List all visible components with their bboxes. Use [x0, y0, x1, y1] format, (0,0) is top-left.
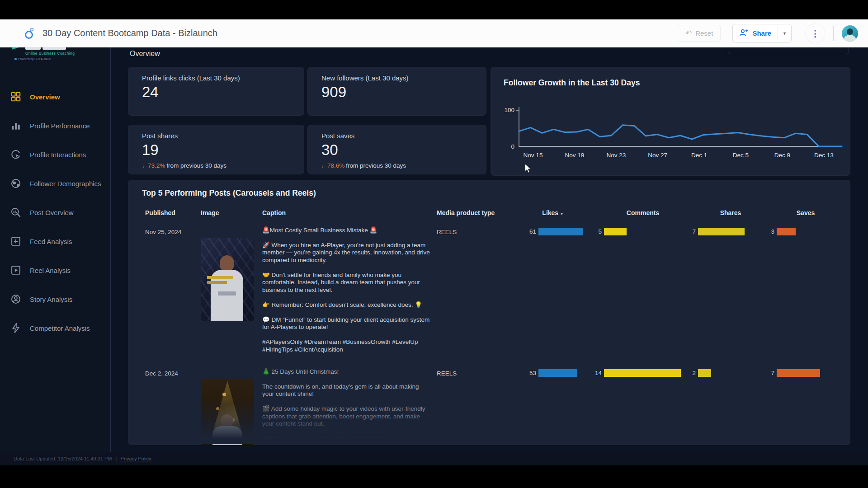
sidebar-item-label: Follower Demographics — [30, 180, 101, 188]
scorecard-post-shares: Post shares 19 ↓ -73.2% from previous 30… — [128, 125, 304, 174]
lightning-icon — [10, 322, 22, 334]
sidebar-item-label: Profile Interactions — [30, 151, 86, 159]
likes-cell: 61 — [518, 227, 583, 236]
axis-tick-label: Nov 15 — [524, 152, 543, 159]
axis-tick-label: 0 — [511, 143, 514, 150]
top-posts-table-card: Top 5 Performing Posts (Carousels and Re… — [128, 180, 850, 445]
stat-label: Post shares — [142, 132, 304, 140]
axis-tick-label: Nov 23 — [606, 152, 626, 159]
sidebar-item-overview[interactable]: Overview — [10, 88, 110, 106]
share-button[interactable]: Share — [733, 24, 778, 42]
footer-bar: Data Last Updated: 12/15/2024 11:49:01 P… — [0, 452, 868, 465]
shares-bar — [698, 228, 745, 235]
share-button-group: Share ▼ — [732, 24, 792, 42]
brand-powered-by: Powered by BIZLAUNCH — [14, 57, 51, 61]
likes-cell: 53 — [518, 368, 577, 377]
stat-delta: ↓ -78.6% from previous 30 days — [321, 162, 486, 169]
sidebar-item-follower-demographics[interactable]: Follower Demographics — [10, 174, 110, 192]
brand-tagline: Online Business Coaching — [25, 51, 75, 56]
column-header-saves[interactable]: Saves — [797, 209, 815, 216]
sidebar-item-story-analysis[interactable]: Story Analysis — [10, 290, 110, 308]
more-options-button[interactable]: ⋮ — [805, 23, 825, 43]
stat-delta: ↓ -73.2% from previous 30 days — [142, 162, 304, 169]
last-updated-text: Data Last Updated: 12/15/2024 11:49:01 P… — [14, 456, 112, 461]
chevron-down-icon: ▼ — [783, 31, 787, 36]
column-header-shares[interactable]: Shares — [720, 209, 741, 216]
axis-tick-label: 100 — [504, 107, 514, 113]
sidebar-item-label: Feed Analysis — [30, 238, 72, 245]
share-label: Share — [752, 29, 771, 37]
sidebar-item-label: Reel Analysis — [30, 267, 71, 274]
shares-cell: 7 — [678, 227, 745, 236]
stat-value: 909 — [321, 84, 486, 100]
sidebar-item-profile-performance[interactable]: Profile Performance — [10, 117, 110, 135]
sidebar-item-label: Overview — [30, 93, 60, 101]
page-title: Overview — [130, 50, 160, 58]
column-header-image[interactable]: Image — [201, 209, 219, 216]
scorecard-profile-link-clicks: Profile links clicks (Last 30 days) 24 — [128, 67, 304, 116]
sidebar-item-reel-analysis[interactable]: Reel Analysis — [10, 261, 110, 279]
likes-bar — [538, 369, 577, 377]
reset-button[interactable]: ↶ Reset — [678, 25, 721, 42]
saves-bar — [777, 228, 796, 235]
kebab-menu-icon: ⋮ — [811, 28, 820, 39]
looker-studio-icon — [24, 27, 35, 40]
column-header-likes[interactable]: Likes▾ — [542, 209, 562, 216]
column-header-media-type[interactable]: Media product type — [437, 209, 495, 216]
bizlaunch-dot-icon — [14, 58, 17, 60]
plus-square-icon — [10, 235, 22, 247]
axis-tick-label: Dec 9 — [774, 152, 790, 159]
axis-tick-label: Dec 5 — [733, 152, 749, 159]
sidebar-nav: Overview Profile Performance Profile Int… — [0, 70, 110, 337]
mouse-cursor — [524, 164, 532, 176]
saves-cell: 7 — [756, 368, 820, 377]
column-header-comments[interactable]: Comments — [627, 209, 659, 216]
share-dropdown-button[interactable]: ▼ — [778, 27, 791, 40]
brand-logo: Online Business Coaching Powered by BIZL… — [0, 47, 110, 70]
sidebar-item-feed-analysis[interactable]: Feed Analysis — [10, 232, 110, 250]
arrow-down-icon: ↓ — [142, 163, 145, 169]
stat-value: 30 — [321, 142, 486, 158]
comments-bar — [604, 369, 681, 377]
magnifier-chart-icon — [10, 206, 22, 218]
media-product-type: REELS — [437, 370, 457, 377]
dashboard-canvas: Overview Profile links clicks (Last 30 d… — [111, 47, 868, 452]
scorecard-new-followers: New followers (Last 30 days) 909 — [307, 67, 486, 116]
app-header: 30 Day Content Bootcamp Data - Bizlaunch… — [0, 19, 868, 47]
axis-tick-label: Dec 13 — [814, 152, 834, 159]
sidebar-item-label: Post Overview — [30, 209, 74, 216]
sidebar-item-competitor-analysis[interactable]: Competitor Analysis — [10, 319, 110, 337]
likes-bar — [538, 228, 583, 235]
axis-tick-label: Nov 19 — [565, 152, 585, 159]
post-thumbnail — [201, 238, 254, 321]
axis-tick-label: Nov 27 — [648, 152, 667, 159]
grid-icon — [10, 91, 22, 103]
person-add-icon — [739, 28, 748, 38]
stat-label: New followers (Last 30 days) — [321, 74, 486, 82]
report-title: 30 Day Content Bootcamp Data - Bizlaunch — [42, 28, 217, 38]
shares-bar — [698, 369, 711, 377]
letterbox-bottom — [0, 465, 868, 488]
play-square-icon — [10, 264, 22, 276]
privacy-policy-link[interactable]: Privacy Policy — [120, 456, 151, 461]
saves-bar — [777, 369, 820, 377]
published-date: Nov 25, 2024 — [145, 229, 181, 235]
sort-desc-icon: ▾ — [561, 211, 563, 216]
post-thumbnail — [201, 379, 254, 445]
column-header-published[interactable]: Published — [145, 209, 175, 216]
footer-divider: | — [116, 456, 117, 461]
axis-tick-label: Dec 1 — [691, 152, 707, 159]
avatar[interactable] — [842, 25, 858, 42]
shares-cell: 2 — [678, 368, 711, 377]
comments-bar — [604, 228, 627, 235]
sidebar-item-post-overview[interactable]: Post Overview — [10, 203, 110, 221]
follower-growth-line-chart: 1000Nov 15Nov 19Nov 23Nov 27Dec 1Dec 5De… — [491, 67, 851, 176]
table-title: Top 5 Performing Posts (Carousels and Re… — [142, 188, 316, 198]
undo-icon: ↶ — [685, 29, 692, 37]
published-date: Dec 2, 2024 — [145, 370, 178, 377]
sidebar: Online Business Coaching Powered by BIZL… — [0, 47, 111, 452]
comments-cell: 14 — [584, 368, 681, 377]
header-divider — [833, 26, 834, 41]
column-header-caption[interactable]: Caption — [262, 209, 286, 216]
sidebar-item-profile-interactions[interactable]: Profile Interactions — [10, 145, 110, 164]
